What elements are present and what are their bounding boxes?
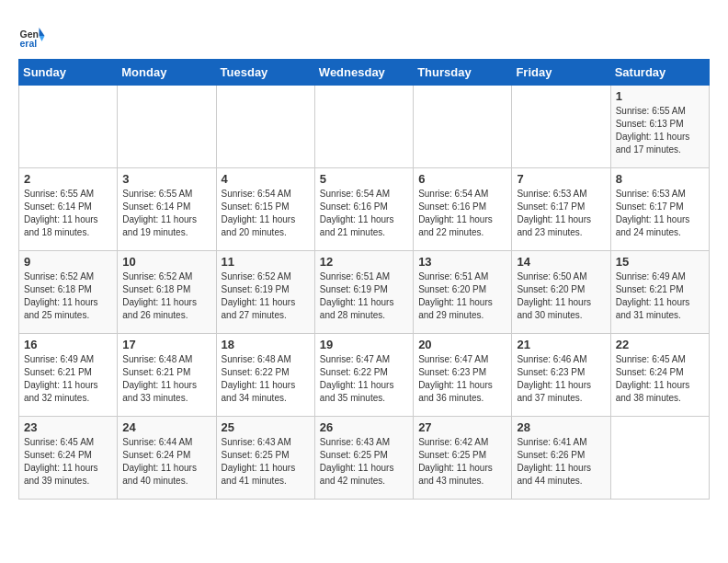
day-info: Sunrise: 6:50 AM Sunset: 6:20 PM Dayligh…	[517, 270, 605, 322]
day-number: 17	[122, 338, 210, 351]
calendar-cell-w0d6: 1Sunrise: 6:55 AM Sunset: 6:13 PM Daylig…	[610, 86, 709, 168]
calendar-cell-w3d3: 19Sunrise: 6:47 AM Sunset: 6:22 PM Dayli…	[314, 334, 413, 417]
day-info: Sunrise: 6:54 AM Sunset: 6:15 PM Dayligh…	[222, 188, 310, 239]
day-info: Sunrise: 6:53 AM Sunset: 6:17 PM Dayligh…	[517, 188, 605, 239]
day-number: 25	[222, 420, 310, 434]
day-info: Sunrise: 6:42 AM Sunset: 6:25 PM Dayligh…	[418, 436, 506, 488]
calendar-cell-w1d5: 7Sunrise: 6:53 AM Sunset: 6:17 PM Daylig…	[512, 168, 610, 251]
weekday-header-monday: Monday	[118, 60, 216, 86]
calendar-cell-w0d5	[512, 86, 610, 168]
day-info: Sunrise: 6:43 AM Sunset: 6:25 PM Dayligh…	[320, 436, 408, 488]
day-number: 18	[222, 338, 310, 351]
calendar-cell-w2d0: 9Sunrise: 6:52 AM Sunset: 6:18 PM Daylig…	[19, 251, 118, 334]
day-number: 21	[517, 338, 605, 351]
day-info: Sunrise: 6:41 AM Sunset: 6:26 PM Dayligh…	[517, 436, 605, 488]
day-number: 12	[320, 255, 408, 269]
weekday-header-sunday: Sunday	[19, 60, 118, 86]
calendar-cell-w0d2	[216, 86, 314, 168]
day-number: 9	[24, 255, 112, 269]
day-info: Sunrise: 6:54 AM Sunset: 6:16 PM Dayligh…	[418, 188, 506, 239]
calendar-cell-w3d4: 20Sunrise: 6:47 AM Sunset: 6:23 PM Dayli…	[414, 334, 512, 417]
day-number: 4	[222, 172, 310, 186]
calendar-cell-w1d4: 6Sunrise: 6:54 AM Sunset: 6:16 PM Daylig…	[414, 168, 512, 251]
calendar-cell-w3d0: 16Sunrise: 6:49 AM Sunset: 6:21 PM Dayli…	[19, 334, 118, 417]
day-info: Sunrise: 6:47 AM Sunset: 6:23 PM Dayligh…	[418, 353, 506, 405]
calendar-cell-w1d0: 2Sunrise: 6:55 AM Sunset: 6:14 PM Daylig…	[19, 168, 118, 251]
day-number: 8	[616, 172, 704, 186]
day-number: 23	[24, 420, 112, 434]
calendar-cell-w2d6: 15Sunrise: 6:49 AM Sunset: 6:21 PM Dayli…	[610, 251, 709, 334]
day-info: Sunrise: 6:48 AM Sunset: 6:22 PM Dayligh…	[222, 353, 310, 405]
calendar-cell-w4d2: 25Sunrise: 6:43 AM Sunset: 6:25 PM Dayli…	[216, 417, 314, 500]
weekday-header-friday: Friday	[512, 60, 610, 86]
day-number: 13	[418, 255, 506, 269]
logo-icon: Gen eral	[18, 22, 46, 50]
day-info: Sunrise: 6:53 AM Sunset: 6:17 PM Dayligh…	[616, 188, 704, 239]
calendar-cell-w2d2: 11Sunrise: 6:52 AM Sunset: 6:19 PM Dayli…	[216, 251, 314, 334]
calendar-cell-w0d1	[118, 86, 216, 168]
logo: Gen eral	[18, 22, 50, 50]
day-number: 10	[122, 255, 210, 269]
page-header: Gen eral	[18, 18, 710, 50]
weekday-header-wednesday: Wednesday	[314, 60, 413, 86]
calendar-cell-w3d6: 22Sunrise: 6:45 AM Sunset: 6:24 PM Dayli…	[610, 334, 709, 417]
day-number: 22	[616, 338, 704, 351]
svg-marker-2	[40, 28, 45, 36]
weekday-header-tuesday: Tuesday	[216, 60, 314, 86]
calendar-cell-w4d0: 23Sunrise: 6:45 AM Sunset: 6:24 PM Dayli…	[19, 417, 118, 500]
day-info: Sunrise: 6:46 AM Sunset: 6:23 PM Dayligh…	[517, 353, 605, 405]
calendar-cell-w2d4: 13Sunrise: 6:51 AM Sunset: 6:20 PM Dayli…	[414, 251, 512, 334]
day-number: 24	[122, 420, 210, 434]
day-info: Sunrise: 6:44 AM Sunset: 6:24 PM Dayligh…	[122, 436, 210, 488]
day-info: Sunrise: 6:47 AM Sunset: 6:22 PM Dayligh…	[320, 353, 408, 405]
day-info: Sunrise: 6:51 AM Sunset: 6:19 PM Dayligh…	[320, 270, 408, 322]
day-info: Sunrise: 6:54 AM Sunset: 6:16 PM Dayligh…	[320, 188, 408, 239]
calendar-cell-w4d6	[610, 417, 709, 500]
svg-marker-3	[40, 36, 45, 41]
day-number: 11	[222, 255, 310, 269]
calendar-cell-w1d3: 5Sunrise: 6:54 AM Sunset: 6:16 PM Daylig…	[314, 168, 413, 251]
day-number: 19	[320, 338, 408, 351]
calendar-cell-w4d4: 27Sunrise: 6:42 AM Sunset: 6:25 PM Dayli…	[414, 417, 512, 500]
calendar-cell-w1d2: 4Sunrise: 6:54 AM Sunset: 6:15 PM Daylig…	[216, 168, 314, 251]
day-info: Sunrise: 6:55 AM Sunset: 6:13 PM Dayligh…	[616, 105, 704, 156]
day-number: 2	[24, 172, 112, 186]
day-info: Sunrise: 6:45 AM Sunset: 6:24 PM Dayligh…	[24, 436, 112, 488]
day-info: Sunrise: 6:49 AM Sunset: 6:21 PM Dayligh…	[616, 270, 704, 322]
day-number: 14	[517, 255, 605, 269]
weekday-header-saturday: Saturday	[610, 60, 709, 86]
day-number: 28	[517, 420, 605, 434]
day-info: Sunrise: 6:52 AM Sunset: 6:19 PM Dayligh…	[222, 270, 310, 322]
calendar-cell-w0d4	[414, 86, 512, 168]
day-number: 27	[418, 420, 506, 434]
day-info: Sunrise: 6:45 AM Sunset: 6:24 PM Dayligh…	[616, 353, 704, 405]
calendar-cell-w0d3	[314, 86, 413, 168]
day-number: 1	[616, 89, 704, 103]
weekday-header-thursday: Thursday	[414, 60, 512, 86]
day-info: Sunrise: 6:48 AM Sunset: 6:21 PM Dayligh…	[122, 353, 210, 405]
day-number: 20	[418, 338, 506, 351]
day-info: Sunrise: 6:49 AM Sunset: 6:21 PM Dayligh…	[24, 353, 112, 405]
svg-text:eral: eral	[20, 38, 38, 49]
day-number: 15	[616, 255, 704, 269]
calendar-cell-w0d0	[19, 86, 118, 168]
calendar-table: SundayMondayTuesdayWednesdayThursdayFrid…	[18, 59, 710, 500]
day-number: 6	[418, 172, 506, 186]
day-number: 3	[122, 172, 210, 186]
day-info: Sunrise: 6:51 AM Sunset: 6:20 PM Dayligh…	[418, 270, 506, 322]
calendar-cell-w3d5: 21Sunrise: 6:46 AM Sunset: 6:23 PM Dayli…	[512, 334, 610, 417]
day-number: 26	[320, 420, 408, 434]
calendar-cell-w2d5: 14Sunrise: 6:50 AM Sunset: 6:20 PM Dayli…	[512, 251, 610, 334]
day-info: Sunrise: 6:55 AM Sunset: 6:14 PM Dayligh…	[24, 188, 112, 239]
day-number: 7	[517, 172, 605, 186]
calendar-cell-w2d1: 10Sunrise: 6:52 AM Sunset: 6:18 PM Dayli…	[118, 251, 216, 334]
day-info: Sunrise: 6:52 AM Sunset: 6:18 PM Dayligh…	[24, 270, 112, 322]
calendar-cell-w4d5: 28Sunrise: 6:41 AM Sunset: 6:26 PM Dayli…	[512, 417, 610, 500]
calendar-cell-w2d3: 12Sunrise: 6:51 AM Sunset: 6:19 PM Dayli…	[314, 251, 413, 334]
calendar-cell-w1d1: 3Sunrise: 6:55 AM Sunset: 6:14 PM Daylig…	[118, 168, 216, 251]
day-number: 16	[24, 338, 112, 351]
day-info: Sunrise: 6:43 AM Sunset: 6:25 PM Dayligh…	[222, 436, 310, 488]
calendar-cell-w4d3: 26Sunrise: 6:43 AM Sunset: 6:25 PM Dayli…	[314, 417, 413, 500]
day-info: Sunrise: 6:55 AM Sunset: 6:14 PM Dayligh…	[122, 188, 210, 239]
calendar-cell-w3d2: 18Sunrise: 6:48 AM Sunset: 6:22 PM Dayli…	[216, 334, 314, 417]
